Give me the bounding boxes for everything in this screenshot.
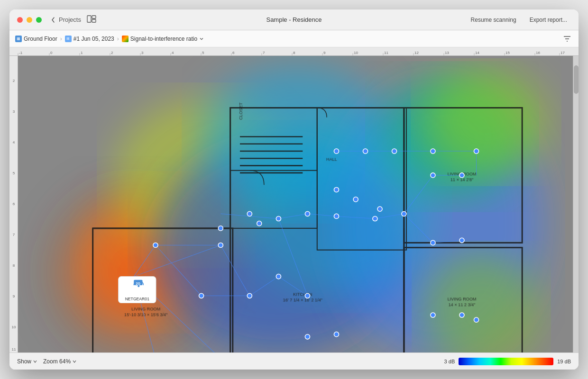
svg-point-144 [459,173,464,178]
svg-text:13: 13 [445,51,449,55]
svg-text:-1: -1 [19,51,23,55]
svg-text:14: 14 [475,51,479,55]
ruler-left-svg: 2 3 4 5 6 7 8 9 10 11 12 [9,56,18,352]
svg-point-158 [459,313,464,317]
svg-point-141 [373,216,377,221]
export-report-button[interactable]: Export report... [526,15,571,25]
svg-text:3: 3 [141,51,144,55]
svg-text:6: 6 [232,51,235,55]
svg-text:16' 7 1/4 × 16' 2 1/4": 16' 7 1/4 × 16' 2 1/4" [283,298,322,303]
svg-point-150 [276,274,281,279]
svg-point-139 [305,211,310,216]
zoom-chevron-icon [72,360,77,363]
main-window: Projects Sample - Residence Resume scann… [9,9,579,370]
traffic-lights [17,17,42,23]
maximize-button[interactable] [36,17,42,23]
breadcrumb-sep-2: › [117,36,119,42]
svg-text:9: 9 [323,51,326,55]
svg-point-133 [353,197,358,202]
floor-icon: ▦ [15,36,22,42]
layout-icon [87,15,96,23]
svg-point-136 [257,221,262,226]
heatmap-svg: CLOSET HALL LIVING ROOM 11 × 14 2'8" LIV… [18,56,573,352]
back-nav[interactable]: Projects [49,16,81,24]
svg-text:6: 6 [13,202,15,206]
svg-text:HALL: HALL [326,157,337,162]
svg-point-134 [377,207,382,211]
breadcrumb-bar: ▦ Ground Floor › ⊞ #1 Jun 05, 2023 › Sig… [9,30,579,47]
svg-text:10: 10 [12,325,16,329]
svg-point-138 [276,216,281,221]
svg-text:NETGEAR01: NETGEAR01 [125,297,149,301]
svg-point-149 [247,293,252,298]
svg-point-131 [474,149,478,153]
zoom-dropdown[interactable]: Zoom 64% [43,358,77,365]
svg-point-140 [334,214,339,218]
titlebar-actions: Resume scanning Export report... [467,15,571,25]
svg-rect-1 [92,16,96,18]
svg-text:LIVING ROOM: LIVING ROOM [131,307,160,311]
ruler-left: 2 3 4 5 6 7 8 9 10 11 12 [9,56,18,352]
legend-max: 19 dB [557,359,571,364]
svg-text:CLOSET: CLOSET [239,102,243,120]
svg-text:7: 7 [13,233,15,237]
svg-text:8: 8 [13,263,15,268]
ruler-top: -1 0 1 2 3 4 5 6 7 8 9 [9,47,579,56]
svg-text:8: 8 [293,51,295,55]
svg-text:4: 4 [172,51,174,55]
svg-text:16: 16 [536,51,540,55]
content-area: -1 0 1 2 3 4 5 6 7 8 9 [9,47,579,352]
window-title: Sample - Residence [266,16,322,23]
projects-link[interactable]: Projects [59,16,81,23]
svg-point-65 [423,69,549,175]
legend: 3 dB 19 dB [444,358,571,365]
svg-text:11: 11 [12,347,16,352]
svg-text:5: 5 [13,171,15,175]
breadcrumb-scan[interactable]: ⊞ #1 Jun 05, 2023 [65,36,114,42]
svg-point-132 [334,187,339,192]
svg-rect-2 [92,19,96,22]
svg-point-157 [431,313,435,317]
svg-point-159 [474,317,478,322]
svg-point-127 [334,149,339,153]
breadcrumb-metric[interactable]: Signal-to-interference ratio [122,36,204,42]
svg-text:2: 2 [111,51,113,55]
scrollbar-thumb[interactable] [574,65,579,94]
svg-point-146 [459,238,464,243]
bottom-controls: Show Zoom 64% [17,358,77,365]
svg-text:7: 7 [263,51,265,55]
svg-point-130 [431,149,435,153]
svg-text:2: 2 [13,79,15,83]
svg-text:15'-10 3/10 × 15'6 3/4": 15'-10 3/10 × 15'6 3/4" [124,312,167,317]
svg-text:11: 11 [384,51,388,55]
resume-scanning-button[interactable]: Resume scanning [467,15,520,25]
svg-point-128 [363,149,368,153]
svg-text:1: 1 [81,51,83,55]
svg-text:14 × 11 2 3/4": 14 × 11 2 3/4" [449,303,476,307]
svg-point-135 [218,226,223,231]
svg-text:0: 0 [50,51,53,55]
map-canvas[interactable]: CLOSET HALL LIVING ROOM 11 × 14 2'8" LIV… [18,56,573,352]
legend-bar [459,358,553,365]
breadcrumb-floor[interactable]: ▦ Ground Floor [15,36,57,42]
filter-button[interactable] [561,33,573,45]
close-button[interactable] [17,17,23,23]
minimize-button[interactable] [27,17,32,23]
map-wrapper: 2 3 4 5 6 7 8 9 10 11 12 [9,56,579,352]
layout-icon-btn[interactable] [87,15,96,25]
svg-text:LIVING ROOM: LIVING ROOM [448,297,477,301]
svg-text:12: 12 [414,51,419,55]
svg-point-160 [305,334,310,339]
svg-text:2G: 2G [136,282,141,286]
svg-point-151 [305,293,310,298]
chevron-left-icon [49,16,57,24]
scrollbar-right[interactable] [573,56,579,352]
svg-point-161 [334,332,339,337]
breadcrumb-sep-1: › [60,36,62,42]
svg-text:4: 4 [13,140,15,144]
show-dropdown[interactable]: Show [17,358,37,365]
ruler-top-svg: -1 0 1 2 3 4 5 6 7 8 9 [9,47,579,56]
titlebar: Projects Sample - Residence Resume scann… [9,9,579,30]
bottom-bar: Show Zoom 64% 3 dB 19 dB [9,352,579,370]
svg-point-145 [431,240,435,245]
